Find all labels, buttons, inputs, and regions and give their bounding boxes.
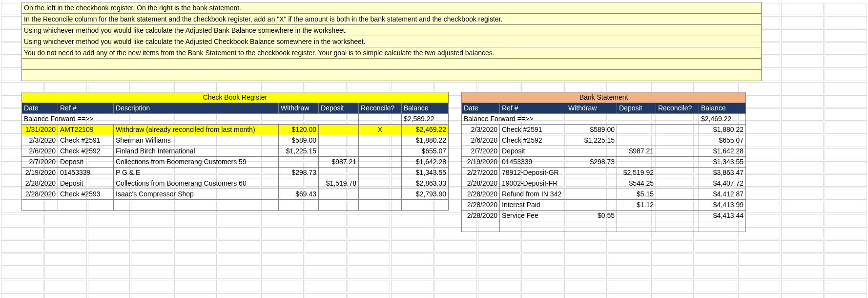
table-row[interactable]: 2/28/2020Refund from IN 342$5.15$4,412.8… xyxy=(462,189,746,200)
cell[interactable]: $298.73 xyxy=(566,157,617,168)
cell[interactable]: $0.55 xyxy=(566,211,617,221)
cell[interactable]: 2/3/2020 xyxy=(22,135,58,146)
table-row[interactable]: 2/6/2020Check #2592Finland Birch Interna… xyxy=(22,146,449,157)
cell[interactable]: X xyxy=(359,125,402,135)
cell[interactable] xyxy=(656,200,699,211)
cell[interactable]: $5.15 xyxy=(617,189,656,200)
cell[interactable] xyxy=(617,125,656,135)
cell[interactable]: Deposit xyxy=(58,178,114,189)
cell[interactable] xyxy=(359,178,402,189)
cell[interactable] xyxy=(319,135,359,146)
col-header[interactable]: Deposit xyxy=(617,103,656,114)
cell[interactable]: Collections from Boomerang Customers 59 xyxy=(114,157,279,168)
cell[interactable] xyxy=(656,125,699,135)
balance-forward-value[interactable]: $2,469.22 xyxy=(699,114,746,125)
cell[interactable]: 2/7/2020 xyxy=(22,157,58,168)
cell[interactable]: $1,642.28 xyxy=(699,146,746,157)
cell[interactable]: AMT22109 xyxy=(58,125,114,135)
cell[interactable] xyxy=(359,114,402,125)
cell[interactable]: $544.25 xyxy=(617,178,656,189)
cell[interactable]: $1,225.15 xyxy=(279,146,319,157)
cell[interactable] xyxy=(359,157,402,168)
cell[interactable]: 2/28/2020 xyxy=(22,189,58,200)
cell[interactable] xyxy=(359,168,402,178)
cell[interactable]: Service Fee xyxy=(500,211,566,221)
cell[interactable] xyxy=(279,157,319,168)
col-header[interactable]: Withdraw xyxy=(279,103,319,114)
cell[interactable]: $4,413.99 xyxy=(699,200,746,211)
balance-forward-label[interactable]: Balance Forward ==>> xyxy=(22,114,359,125)
cell[interactable]: Check #2591 xyxy=(500,125,566,135)
cell[interactable]: $2,793.90 xyxy=(402,189,449,200)
cell[interactable]: 2/19/2020 xyxy=(462,157,500,168)
cell[interactable] xyxy=(617,157,656,168)
col-header[interactable]: Reconcile? xyxy=(359,103,402,114)
cell[interactable] xyxy=(656,135,699,146)
balance-forward-label[interactable]: Balance Forward ==>> xyxy=(462,114,656,125)
cell[interactable]: $987.21 xyxy=(617,146,656,157)
table-row[interactable]: 2/3/2020Check #2591Sherman Williams$589.… xyxy=(22,135,449,146)
cell[interactable] xyxy=(319,125,359,135)
cell[interactable]: $3,863.47 xyxy=(699,168,746,178)
cell[interactable]: $655.07 xyxy=(699,135,746,146)
cell[interactable]: $4,413.44 xyxy=(699,211,746,221)
cell[interactable] xyxy=(617,135,656,146)
cell[interactable] xyxy=(656,146,699,157)
cell[interactable]: Collections from Boomerang Customers 60 xyxy=(114,178,279,189)
cell[interactable]: $987.21 xyxy=(319,157,359,168)
cell[interactable]: $4,407.72 xyxy=(699,178,746,189)
table-row[interactable]: 2/27/202078912-Deposit-GR$2,519.92$3,863… xyxy=(462,168,746,178)
cell[interactable] xyxy=(656,189,699,200)
col-header[interactable]: Description xyxy=(114,103,279,114)
cell[interactable]: Check #2591 xyxy=(58,135,114,146)
cell[interactable] xyxy=(566,189,617,200)
cell[interactable]: $1.12 xyxy=(617,200,656,211)
cell[interactable] xyxy=(566,178,617,189)
table-row[interactable]: 2/28/2020DepositCollections from Boomera… xyxy=(22,178,449,189)
cell[interactable]: $4,412.87 xyxy=(699,189,746,200)
cell[interactable]: $655.07 xyxy=(402,146,449,157)
cell[interactable]: $2,863.33 xyxy=(402,178,449,189)
balance-forward-value[interactable]: $2,589.22 xyxy=(402,114,449,125)
table-row[interactable]: 2/28/202019002-Deposit-FR$544.25$4,407.7… xyxy=(462,178,746,189)
cell[interactable]: 78912-Deposit-GR xyxy=(500,168,566,178)
cell[interactable] xyxy=(279,178,319,189)
cell[interactable]: $1,225.15 xyxy=(566,135,617,146)
cell[interactable]: Refund from IN 342 xyxy=(500,189,566,200)
cell[interactable]: $69.43 xyxy=(279,189,319,200)
cell[interactable]: P G & E xyxy=(114,168,279,178)
cell[interactable]: 19002-Deposit-FR xyxy=(500,178,566,189)
table-row[interactable]: 2/28/2020Check #2593Isaac's Compressor S… xyxy=(22,189,449,200)
cell[interactable]: 2/28/2020 xyxy=(462,200,500,211)
cell[interactable]: Sherman Williams xyxy=(114,135,279,146)
cell[interactable]: $1,343.55 xyxy=(402,168,449,178)
cell[interactable]: $1,519.78 xyxy=(319,178,359,189)
cell[interactable]: 2/6/2020 xyxy=(22,146,58,157)
cell[interactable]: $1,880.22 xyxy=(402,135,449,146)
cell[interactable]: 01453339 xyxy=(58,168,114,178)
cell[interactable]: Check #2592 xyxy=(500,135,566,146)
cell[interactable]: $1,343.55 xyxy=(699,157,746,168)
cell[interactable]: $589.00 xyxy=(566,125,617,135)
cell[interactable] xyxy=(656,178,699,189)
cell[interactable]: $1,642.28 xyxy=(402,157,449,168)
checkbook-register-table[interactable]: Check Book Register Date Ref # Descripti… xyxy=(21,92,449,211)
cell[interactable] xyxy=(319,168,359,178)
cell[interactable]: 2/3/2020 xyxy=(462,125,500,135)
table-row[interactable]: 2/7/2020Deposit$987.21$1,642.28 xyxy=(462,146,746,157)
cell[interactable] xyxy=(359,146,402,157)
cell[interactable]: $2,519.92 xyxy=(617,168,656,178)
cell[interactable]: 2/28/2020 xyxy=(462,189,500,200)
cell[interactable]: $298.73 xyxy=(279,168,319,178)
cell[interactable]: 2/6/2020 xyxy=(462,135,500,146)
col-header[interactable]: Ref # xyxy=(500,103,566,114)
cell[interactable]: Check #2592 xyxy=(58,146,114,157)
col-header[interactable]: Balance xyxy=(699,103,746,114)
cell[interactable]: Isaac's Compressor Shop xyxy=(114,189,279,200)
cell[interactable]: 1/31/2020 xyxy=(22,125,58,135)
bank-statement-table[interactable]: Bank Statement Date Ref # Withdraw Depos… xyxy=(461,92,746,232)
cell[interactable] xyxy=(656,114,699,125)
cell[interactable]: 2/7/2020 xyxy=(462,146,500,157)
cell[interactable]: $2,469.22 xyxy=(402,125,449,135)
cell[interactable]: Deposit xyxy=(58,157,114,168)
